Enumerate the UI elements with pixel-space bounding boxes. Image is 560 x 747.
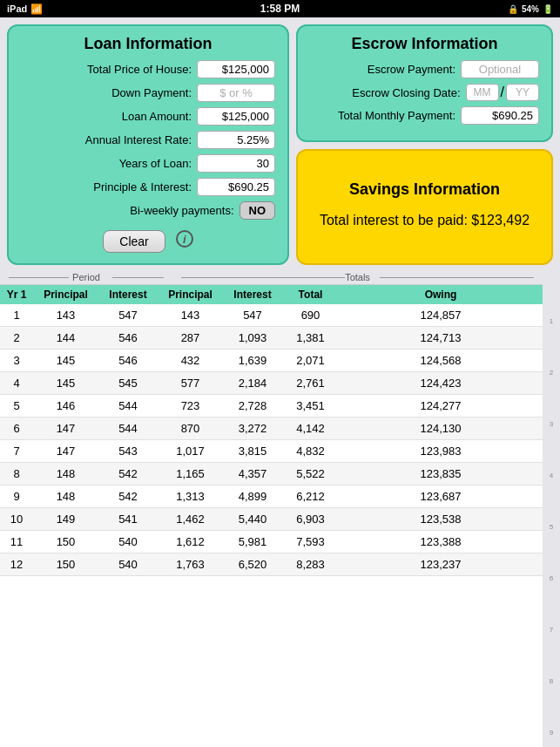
escrow-payment-input[interactable]: Optional xyxy=(461,60,539,78)
cell-owing: 123,687 xyxy=(339,486,543,507)
escrow-payment-label: Escrow Payment: xyxy=(310,63,461,76)
biweekly-toggle[interactable]: NO xyxy=(240,201,276,220)
line-number: 3 xyxy=(543,411,560,438)
principle-interest-value: $690.25 xyxy=(197,178,275,196)
cell-principal-period: 150 xyxy=(33,553,98,575)
cell-principal-total: 287 xyxy=(158,327,223,349)
cell-total: 6,903 xyxy=(282,508,339,530)
cell-interest-period: 543 xyxy=(98,440,158,462)
cell-interest-total: 547 xyxy=(223,304,282,326)
loan-bottom: Clear i xyxy=(21,225,275,253)
cell-interest-period: 540 xyxy=(98,531,158,553)
total-monthly-label: Total Monthly Payment: xyxy=(310,109,461,122)
cell-principal-period: 148 xyxy=(33,463,98,485)
down-payment-row: Down Payment: $ or % xyxy=(21,84,275,102)
cell-total: 2,761 xyxy=(282,372,339,394)
cell-principal-period: 149 xyxy=(33,508,98,530)
period-section-label: Period xyxy=(0,270,172,285)
line-number xyxy=(543,540,560,567)
biweekly-row: Bi-weekly payments: NO xyxy=(21,201,275,220)
status-device: iPad xyxy=(7,3,27,14)
cell-interest-total: 5,981 xyxy=(223,531,282,553)
table-section-headers: Period Totals xyxy=(0,270,543,285)
cell-total: 2,071 xyxy=(282,350,339,371)
table-row: 8 148 542 1,165 4,357 5,522 123,835 xyxy=(0,463,543,486)
line-number xyxy=(543,489,560,515)
house-price-value[interactable]: $125,000 xyxy=(197,60,275,78)
cell-principal-total: 1,313 xyxy=(158,486,223,507)
status-bar: iPad 📶 1:58 PM 🔒 54% 🔋 xyxy=(0,0,560,17)
years-loan-value[interactable]: 30 xyxy=(197,154,275,173)
line-number xyxy=(543,695,560,721)
cell-total: 4,142 xyxy=(282,418,339,439)
cell-total: 7,593 xyxy=(282,531,339,553)
table-row: 12 150 540 1,763 6,520 8,283 123,237 xyxy=(0,553,543,576)
cell-interest-period: 546 xyxy=(98,350,158,371)
line-numbers: 1234567891011121314151617181920212223242… xyxy=(543,270,560,747)
info-icon[interactable]: i xyxy=(176,230,193,248)
cell-principal-period: 148 xyxy=(33,486,98,507)
table-body: 1 143 547 143 547 690 124,857 2 144 546 … xyxy=(0,304,543,576)
cell-total: 6,212 xyxy=(282,486,339,507)
table-column-headers: Yr 1 Principal Interest Principal Intere… xyxy=(0,285,543,304)
right-panels: Escrow Information Escrow Payment: Optio… xyxy=(296,24,553,265)
cell-interest-period: 541 xyxy=(98,508,158,530)
cell-owing: 124,568 xyxy=(339,350,543,371)
cell-interest-period: 546 xyxy=(98,327,158,349)
clear-button[interactable]: Clear xyxy=(103,230,165,253)
table-row: 9 148 542 1,313 4,899 6,212 123,687 xyxy=(0,486,543,508)
cell-owing: 124,423 xyxy=(339,372,543,394)
status-time: 1:58 PM xyxy=(260,3,300,15)
cell-interest-period: 542 xyxy=(98,463,158,485)
escrow-yy-input[interactable]: YY xyxy=(506,84,539,101)
wifi-icon: 📶 xyxy=(30,3,43,15)
cell-period: 12 xyxy=(0,553,33,575)
cell-interest-total: 6,520 xyxy=(223,553,282,575)
cell-interest-period: 545 xyxy=(98,372,158,394)
cell-period: 9 xyxy=(0,486,33,507)
cell-interest-period: 547 xyxy=(98,304,158,326)
interest-rate-row: Annual Interest Rate: 5.25% xyxy=(21,131,275,149)
down-payment-value[interactable]: $ or % xyxy=(197,84,275,102)
cell-interest-total: 3,815 xyxy=(223,440,282,462)
cell-principal-total: 1,165 xyxy=(158,463,223,485)
cell-period: 11 xyxy=(0,531,33,553)
cell-interest-period: 544 xyxy=(98,418,158,439)
cell-principal-total: 723 xyxy=(158,395,223,417)
escrow-mm-input[interactable]: MM xyxy=(466,84,499,101)
down-payment-label: Down Payment: xyxy=(21,86,197,99)
line-number: 4 xyxy=(543,463,560,489)
loan-amount-value[interactable]: $125,000 xyxy=(197,107,275,126)
cell-total: 4,832 xyxy=(282,440,339,462)
escrow-date-row: Escrow Closing Date: MM / YY xyxy=(310,84,539,101)
loan-amount-label: Loan Amount: xyxy=(21,110,197,123)
cell-period: 10 xyxy=(0,508,33,530)
line-number: 9 xyxy=(543,720,560,746)
lock-icon: 🔒 xyxy=(508,4,518,14)
col-header-yr: Yr 1 xyxy=(0,285,33,304)
status-right: 🔒 54% 🔋 xyxy=(508,4,553,14)
table-row: 10 149 541 1,462 5,440 6,903 123,538 xyxy=(0,508,543,531)
table-row: 5 146 544 723 2,728 3,451 124,277 xyxy=(0,395,543,418)
total-monthly-row: Total Monthly Payment: $690.25 xyxy=(310,106,539,125)
cell-period: 4 xyxy=(0,372,33,394)
principle-interest-label: Principle & Interest: xyxy=(21,180,197,194)
savings-panel-title: Savings Information xyxy=(349,180,500,199)
cell-interest-total: 4,357 xyxy=(223,463,282,485)
cell-owing: 123,237 xyxy=(339,553,543,575)
cell-owing: 124,130 xyxy=(339,418,543,439)
cell-owing: 123,835 xyxy=(339,463,543,485)
line-number: 7 xyxy=(543,617,560,643)
table-row: 1 143 547 143 547 690 124,857 xyxy=(0,304,543,327)
savings-panel: Savings Information Total interest to be… xyxy=(296,149,553,265)
cell-owing: 124,857 xyxy=(339,304,543,326)
col-header-principal-total: Principal xyxy=(158,285,223,304)
table-row: 3 145 546 432 1,639 2,071 124,568 xyxy=(0,350,543,372)
escrow-payment-row: Escrow Payment: Optional xyxy=(310,60,539,78)
cell-interest-total: 1,093 xyxy=(223,327,282,349)
col-header-interest-total: Interest xyxy=(223,285,282,304)
cell-principal-total: 577 xyxy=(158,372,223,394)
cell-total: 690 xyxy=(282,304,339,326)
interest-rate-value[interactable]: 5.25% xyxy=(197,131,275,149)
cell-interest-total: 5,440 xyxy=(223,508,282,530)
